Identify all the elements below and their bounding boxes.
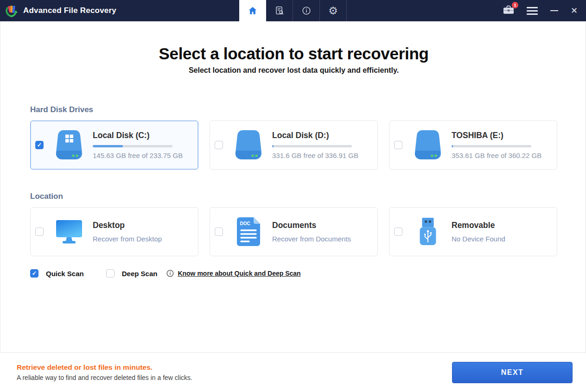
desktop-icon-box — [56, 219, 83, 244]
gear-icon: ⚙ — [328, 6, 338, 16]
drives-section-label: Hard Disk Drives — [30, 105, 557, 114]
drive-usage-fill — [452, 145, 453, 147]
drive-space-text: 353.61 GB free of 360.22 GB — [452, 152, 541, 159]
drive-usage-bar — [93, 145, 172, 147]
drive-usage-bar — [452, 145, 531, 147]
drive-name: TOSHIBA (E:) — [452, 131, 541, 140]
removable-text: Removable No Device Found — [452, 221, 505, 243]
drive-icon — [235, 129, 262, 161]
tab-home[interactable] — [239, 0, 266, 21]
drive-card-c[interactable]: ✓ Local Disk (C:) — [30, 120, 198, 170]
tab-scan-report[interactable] — [266, 0, 293, 21]
info-circle-icon — [166, 270, 174, 277]
doc-file-icon: DOC — [237, 217, 260, 246]
info-icon — [301, 6, 312, 16]
scan-info-link[interactable]: Know more about Quick and Deep Scan — [178, 270, 300, 277]
footer-headline: Retrieve deleted or lost files in minute… — [17, 363, 452, 372]
drive-usage-fill — [93, 145, 123, 147]
drive-d-text: Local Disk (D:) 331.6 GB free of 336.91 … — [272, 131, 358, 159]
drive-e-text: TOSHIBA (E:) 353.61 GB free of 360.22 GB — [452, 131, 541, 159]
window-controls: 1 ✕ — [503, 0, 578, 21]
nav-tabs: ⚙ — [239, 0, 347, 21]
drive-d-icon-box — [235, 129, 262, 161]
location-detail: Recover from Documents — [272, 235, 351, 243]
app-title: Advanced File Recovery — [23, 6, 116, 15]
location-card-removable[interactable]: ✓ — [389, 207, 557, 256]
drive-icon — [414, 129, 441, 161]
location-name: Documents — [272, 221, 351, 230]
scan-options-row: ✓ Quick Scan ✓ Deep Scan Know more about… — [30, 269, 557, 278]
drive-c-checkbox[interactable]: ✓ — [35, 141, 44, 149]
drive-c-icon-box — [56, 129, 83, 161]
drive-space-text: 331.6 GB free of 336.91 GB — [272, 152, 358, 159]
usb-drive-icon — [418, 217, 438, 246]
drive-name: Local Disk (D:) — [272, 131, 358, 140]
app-window: Advanced File Recovery — [0, 0, 586, 392]
page-title: Select a location to start recovering — [30, 44, 557, 63]
check-icon: ✓ — [37, 142, 42, 148]
app-brand: Advanced File Recovery — [5, 4, 116, 18]
location-card-desktop[interactable]: ✓ Desktop Recover from Desktop — [30, 207, 198, 256]
minimize-button[interactable] — [550, 10, 558, 11]
hamburger-menu-icon[interactable] — [527, 7, 538, 15]
toolbox-button[interactable]: 1 — [503, 5, 514, 17]
drive-e-icon-box — [414, 129, 441, 161]
documents-checkbox[interactable]: ✓ — [215, 228, 223, 236]
desktop-text: Desktop Recover from Desktop — [93, 221, 162, 243]
location-detail: Recover from Desktop — [93, 235, 162, 243]
location-card-documents[interactable]: ✓ DOC Do — [210, 207, 378, 256]
drive-usage-fill — [272, 145, 274, 147]
drive-c-text: Local Disk (C:) 145.63 GB free of 233.75… — [93, 131, 183, 159]
notification-badge: 1 — [512, 2, 518, 8]
app-logo-icon — [5, 4, 19, 18]
main-content: Select a location to start recovering Se… — [0, 44, 586, 278]
desktop-checkbox[interactable]: ✓ — [35, 228, 44, 236]
tab-settings[interactable]: ⚙ — [320, 0, 347, 21]
footer-subtext: A reliable way to find and recover delet… — [17, 374, 452, 381]
location-section-label: Location — [30, 192, 557, 201]
file-search-icon — [274, 6, 285, 16]
page-subtitle: Select location and recover lost data qu… — [30, 66, 557, 75]
drives-card-grid: ✓ Local Disk (C:) — [30, 120, 557, 170]
location-detail: No Device Found — [452, 235, 505, 243]
deep-scan-label: Deep Scan — [122, 270, 158, 278]
drive-e-checkbox[interactable]: ✓ — [394, 141, 402, 149]
location-name: Removable — [452, 221, 505, 230]
drive-card-e[interactable]: ✓ TOSHIBA (E:) 353.61 GB free of 360.22 … — [389, 120, 557, 170]
desktop-monitor-icon — [56, 219, 83, 244]
next-button[interactable]: NEXT — [452, 362, 573, 383]
check-icon: ✓ — [32, 271, 37, 277]
removable-checkbox[interactable]: ✓ — [394, 228, 402, 236]
documents-icon-box: DOC — [235, 217, 262, 246]
footer-bar: Retrieve deleted or lost files in minute… — [0, 352, 586, 392]
drive-usage-bar — [272, 145, 352, 147]
footer-text: Retrieve deleted or lost files in minute… — [17, 363, 452, 381]
quick-scan-checkbox[interactable]: ✓ — [30, 269, 38, 278]
location-card-grid: ✓ Desktop Recover from Desktop — [30, 207, 557, 256]
drive-d-checkbox[interactable]: ✓ — [215, 141, 223, 149]
doc-label: DOC — [240, 221, 250, 226]
drive-card-d[interactable]: ✓ Local Disk (D:) 331.6 GB free of 336.9… — [210, 120, 378, 170]
documents-text: Documents Recover from Documents — [272, 221, 351, 243]
removable-icon-box — [414, 217, 441, 246]
drive-name: Local Disk (C:) — [93, 131, 183, 140]
quick-scan-label: Quick Scan — [46, 270, 84, 278]
drive-space-text: 145.63 GB free of 233.75 GB — [93, 152, 183, 159]
tab-info[interactable] — [293, 0, 320, 21]
location-name: Desktop — [93, 221, 162, 230]
deep-scan-checkbox[interactable]: ✓ — [106, 269, 115, 278]
windows-drive-icon — [56, 129, 83, 161]
title-bar: Advanced File Recovery — [0, 0, 586, 21]
close-button[interactable]: ✕ — [571, 6, 578, 15]
home-icon — [248, 6, 258, 16]
